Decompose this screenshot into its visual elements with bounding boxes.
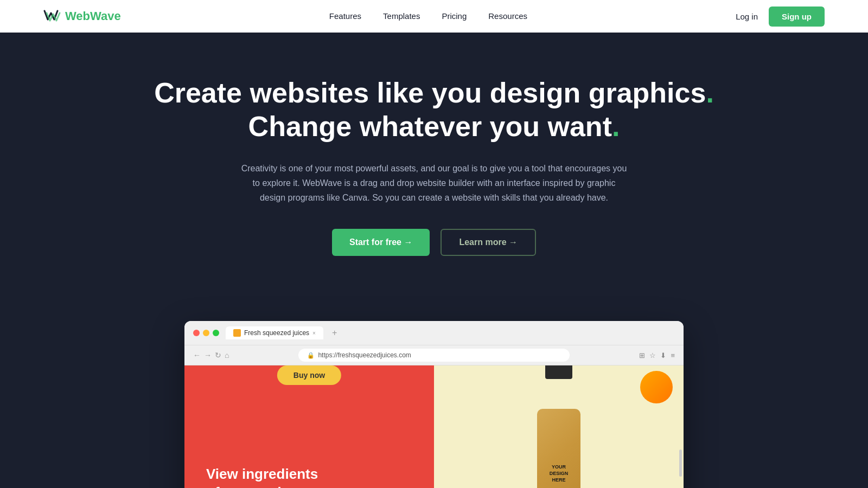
nav-item-features[interactable]: Features — [329, 11, 361, 21]
tab-add-button[interactable]: + — [332, 328, 337, 338]
browser-right-panel: YOURDESIGNHERE — [434, 365, 684, 488]
hero-title-line2: Change whatever you want. — [248, 111, 620, 142]
learn-more-button[interactable]: Learn more → — [441, 229, 536, 256]
extensions-icon: ⊞ — [639, 351, 645, 359]
browser-mockup-wrapper: Fresh squeezed juices × + ← → ↻ ⌂ 🔒 http… — [0, 321, 868, 488]
browser-addressbar-row: ← → ↻ ⌂ 🔒 https://freshsqueezedjuices.co… — [184, 345, 684, 365]
bottle-illustration: YOURDESIGNHERE — [515, 376, 602, 488]
signup-button[interactable]: Sign up — [769, 7, 825, 27]
navbar-actions: Log in Sign up — [736, 7, 825, 27]
nav-item-pricing[interactable]: Pricing — [442, 11, 467, 21]
tab-favicon — [233, 329, 241, 337]
bottle-cap — [545, 365, 572, 379]
tab-close-icon[interactable]: × — [312, 330, 316, 336]
start-free-button[interactable]: Start for free → — [332, 229, 430, 256]
hero-title-line1: Create websites like you design graphics… — [154, 77, 714, 108]
navbar: WebWave Features Templates Pricing Resou… — [0, 0, 868, 33]
hero-cta-group: Start for free → Learn more → — [108, 229, 760, 256]
nav-menu: Features Templates Pricing Resources — [329, 11, 527, 21]
logo[interactable]: WebWave — [43, 9, 121, 24]
hero-title: Create websites like you design graphics… — [108, 76, 760, 144]
browser-scrollbar[interactable] — [679, 450, 682, 477]
browser-nav-arrows: ← → ↻ ⌂ — [193, 351, 229, 359]
orange-decoration — [640, 371, 673, 403]
dot-red — [193, 330, 200, 336]
nav-item-resources[interactable]: Resources — [488, 11, 527, 21]
browser-tab: Fresh squeezed juices × — [226, 326, 323, 339]
logo-icon — [43, 9, 61, 24]
dot-yellow — [203, 330, 209, 336]
product-title: View ingredients of our products — [206, 465, 412, 488]
address-url: https://freshsqueezedjuices.com — [318, 351, 411, 359]
menu-icon[interactable]: ≡ — [671, 351, 675, 359]
back-icon[interactable]: ← — [193, 351, 201, 359]
hero-subtitle: Creativity is one of your most powerful … — [239, 161, 629, 206]
browser-chrome: Fresh squeezed juices × + — [184, 321, 684, 345]
browser-toolbar-right: ⊞ ☆ ⬇ ≡ — [639, 351, 675, 359]
address-bar[interactable]: 🔒 https://freshsqueezedjuices.com — [298, 349, 570, 362]
browser-content: Buy now View ingredients of our products… — [184, 365, 684, 488]
logo-text: WebWave — [65, 9, 121, 23]
dot-green — [213, 330, 219, 336]
reload-icon[interactable]: ↻ — [215, 351, 221, 359]
bottle-label: YOURDESIGNHERE — [541, 465, 577, 484]
hero-section: Create websites like you design graphics… — [0, 33, 868, 321]
buy-now-button[interactable]: Buy now — [277, 365, 341, 385]
home-icon[interactable]: ⌂ — [225, 351, 229, 359]
login-link[interactable]: Log in — [736, 12, 758, 21]
browser-left-panel: Buy now View ingredients of our products… — [184, 365, 434, 488]
download-icon: ⬇ — [660, 351, 666, 359]
browser-dots — [193, 330, 219, 336]
lock-icon: 🔒 — [307, 352, 315, 359]
browser-mockup: Fresh squeezed juices × + ← → ↻ ⌂ 🔒 http… — [184, 321, 684, 488]
bottle-body: YOURDESIGNHERE — [537, 409, 580, 488]
tab-title: Fresh squeezed juices — [244, 329, 309, 337]
bookmark-icon: ☆ — [649, 351, 656, 359]
nav-item-templates[interactable]: Templates — [383, 11, 420, 21]
forward-icon[interactable]: → — [204, 351, 212, 359]
